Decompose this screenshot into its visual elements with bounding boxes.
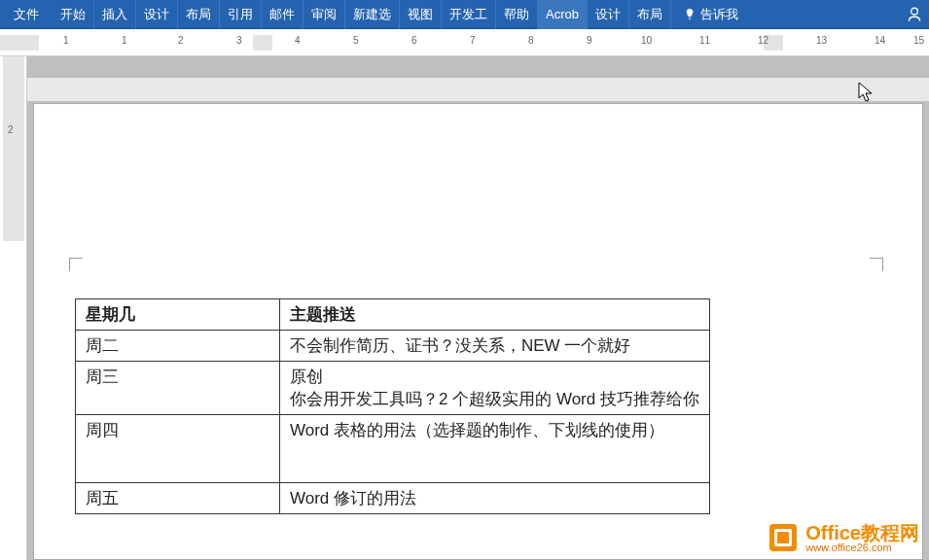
ribbon-tabs: 文件 开始 插入 设计 布局 引用 邮件 审阅 新建选 视图 开发工 帮助 Ac… [0,0,929,29]
table-row: 周二 不会制作简历、证书？没关系，NEW 一个就好 [76,331,710,362]
tab-acrobat[interactable]: Acrob [538,0,588,29]
watermark-url: www.office26.com [805,542,919,553]
tab-references[interactable]: 引用 [220,0,262,29]
svg-point-0 [911,8,918,15]
cell-topic[interactable]: Word 表格的用法（选择题的制作、下划线的使用） [280,415,710,483]
cell-day[interactable]: 周三 [76,362,280,415]
tab-layout2[interactable]: 布局 [629,0,671,29]
tellme[interactable]: 告诉我 [683,6,738,23]
tab-view[interactable]: 视图 [400,0,442,29]
tab-help[interactable]: 帮助 [496,0,538,29]
svg-rect-3 [777,532,789,543]
tab-file[interactable]: 文件 [0,0,53,29]
header-topic[interactable]: 主题推送 [280,299,710,331]
tab-newselect[interactable]: 新建选 [345,0,400,29]
tab-design2[interactable]: 设计 [588,0,629,29]
tab-insert[interactable]: 插入 [94,0,136,29]
header-day[interactable]: 星期几 [76,299,280,331]
tellme-label: 告诉我 [700,6,738,23]
ruler-h-marks: 1 1 2 3 4 5 6 7 8 9 10 11 12 13 14 15 [29,29,929,55]
tab-design[interactable]: 设计 [136,0,178,29]
watermark-title: Office教程网 [805,523,919,542]
page-gap [27,78,929,101]
table-row: 周四 Word 表格的用法（选择题的制作、下划线的使用） [76,415,710,483]
tab-review[interactable]: 审阅 [304,0,345,29]
tab-home[interactable]: 开始 [53,0,94,29]
crop-mark-tl [69,258,83,271]
cell-topic[interactable]: 不会制作简历、证书？没关系，NEW 一个就好 [280,331,710,362]
table-row: 周三 原创 你会用开发工具吗？2 个超级实用的 Word 技巧推荐给你 [76,362,710,415]
watermark: Office教程网 www.office26.com [767,521,919,554]
content-table[interactable]: 星期几 主题推送 周二 不会制作简历、证书？没关系，NEW 一个就好 周三 原创… [75,298,710,514]
table-row: 周五 Word 修订的用法 [76,483,710,514]
cell-topic[interactable]: 原创 你会用开发工具吗？2 个超级实用的 Word 技巧推荐给你 [280,362,710,415]
cell-day[interactable]: 周五 [76,483,280,514]
ruler-horizontal[interactable]: 1 1 2 3 4 5 6 7 8 9 10 11 12 13 14 15 [0,29,929,56]
document-area: 星期几 主题推送 周二 不会制作简历、证书？没关系，NEW 一个就好 周三 原创… [27,56,929,560]
cell-topic[interactable]: Word 修订的用法 [280,483,710,514]
tab-developer[interactable]: 开发工 [442,0,496,29]
page[interactable]: 星期几 主题推送 周二 不会制作简历、证书？没关系，NEW 一个就好 周三 原创… [33,103,923,560]
user-account-icon[interactable] [906,6,923,23]
table-header-row: 星期几 主题推送 [76,299,710,331]
office-logo-icon [767,521,800,554]
ruler-vertical[interactable]: 2 [0,56,27,560]
cell-day[interactable]: 周二 [76,331,280,362]
lightbulb-icon [683,8,697,21]
crop-mark-tr [870,258,883,271]
tab-mailings[interactable]: 邮件 [262,0,304,29]
cell-day[interactable]: 周四 [76,415,280,483]
tab-layout[interactable]: 布局 [178,0,220,29]
